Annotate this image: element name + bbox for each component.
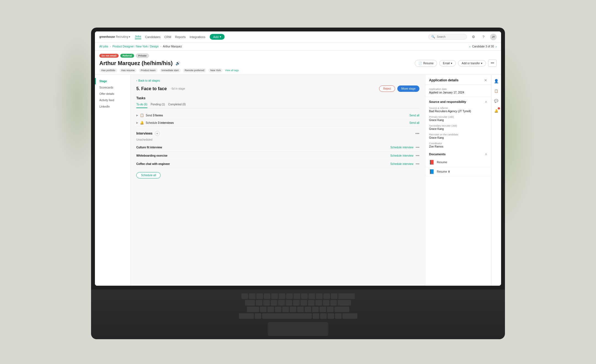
tag-product-team: Product team — [139, 68, 158, 72]
main-content: Stage Scorecards Offer details Activity … — [95, 75, 501, 286]
recruiter-candidate-field: Recruiter on the candidate Grace Kang — [425, 132, 491, 141]
tab-completed[interactable]: Completed (0) — [168, 103, 186, 108]
avatar[interactable]: JT — [490, 34, 497, 40]
doc-icon-red: 📕 — [429, 160, 435, 165]
task-forms-icon: 📋 — [140, 113, 144, 117]
stage-actions: Reject Move stage — [379, 85, 419, 92]
task-expand-interviews-icon[interactable]: ▶ — [136, 121, 138, 124]
tab-todo[interactable]: To-do (6) — [136, 103, 147, 108]
next-candidate-icon[interactable]: › — [496, 45, 497, 49]
speaker-icon[interactable]: 🔊 — [175, 61, 180, 65]
nav-jobs[interactable]: Jobs — [135, 35, 141, 39]
application-details-title: Application details — [429, 78, 459, 82]
resume-icon: 📄 — [418, 61, 422, 65]
candidate-count: Candidate 3 of 30 — [472, 45, 494, 48]
whiteboarding-more-button[interactable]: ••• — [416, 154, 419, 158]
settings-icon[interactable]: ⚙ — [470, 34, 477, 40]
more-actions-button[interactable]: ••• — [488, 60, 497, 67]
chat-icon-btn[interactable]: 💬 — [493, 97, 500, 105]
schedule-whiteboarding-link[interactable]: Schedule interview — [390, 154, 413, 157]
send-all-forms-link[interactable]: Send all — [409, 114, 419, 117]
schedule-coffee-link[interactable]: Schedule interview — [390, 162, 413, 165]
coffee-more-button[interactable]: ••• — [416, 162, 419, 166]
task-forms-label: Send 3 forms — [146, 114, 163, 117]
tab-pending[interactable]: Pending (1) — [151, 103, 165, 108]
nav-integrations[interactable]: Integrations — [190, 35, 205, 39]
breadcrumb: All jobs › Product Designer / New York /… — [95, 42, 501, 51]
nav-right: 🔍 ⚙ ? JT — [428, 34, 497, 40]
copy-icon-btn[interactable]: 📋 — [493, 87, 500, 95]
sidebar-item-stage[interactable]: Stage — [95, 78, 131, 84]
doc-resume-blue-name: Resume ⬆ — [437, 170, 450, 173]
nav-reports[interactable]: Reports — [175, 35, 186, 39]
interview-coffee-name: Coffee chat with engineer — [136, 162, 170, 165]
breadcrumb-candidate: Arthur Marquez — [163, 45, 182, 48]
back-icon: ‹ — [136, 79, 137, 82]
send-all-interviews-link[interactable]: Send all — [409, 121, 419, 124]
documents-section-heading: Documents ∧ — [425, 149, 491, 158]
schedule-all-button[interactable]: Schedule all — [136, 172, 161, 178]
doc-row-resume-red: 📕 Resume — [425, 158, 491, 167]
candidate-name: Arthur Marquez (he/him/his) — [99, 60, 173, 66]
secondary-recruiter-value: Grace Kang — [429, 127, 487, 130]
secondary-recruiter-label: Secondary recruiter (Job) — [429, 124, 487, 127]
search-box: 🔍 — [428, 34, 467, 40]
documents-section-toggle[interactable]: ∧ — [485, 152, 487, 156]
breadcrumb-all-jobs[interactable]: All jobs — [99, 45, 108, 48]
interviews-title: Interviews — [136, 132, 153, 135]
person-icon-btn[interactable]: 👤 — [493, 77, 500, 85]
help-icon[interactable]: ? — [480, 34, 487, 40]
email-button[interactable]: Email ▾ — [439, 60, 456, 66]
breadcrumb-job[interactable]: Product Designer / New York / Design — [113, 45, 159, 48]
sidebar-item-activity-feed[interactable]: Activity feed — [95, 97, 131, 103]
close-panel-button[interactable]: ✕ — [484, 78, 487, 82]
source-section-heading: Source and responsibility ∧ — [425, 97, 491, 105]
stage-header: 5. Face to face · 6d in stage Reject Mov… — [136, 85, 419, 92]
interview-whiteboarding-actions: Schedule interview ••• — [390, 154, 419, 158]
tasks-section: Tasks To-do (6) Pending (1) Completed (0… — [136, 96, 419, 127]
primary-recruiter-label: Primary recruiter (Job) — [429, 116, 487, 118]
add-or-transfer-button[interactable]: Add or transfer ▾ — [458, 60, 486, 66]
sidebar-item-offer-details[interactable]: Offer details — [95, 91, 131, 97]
resume-button[interactable]: 📄 Resume — [415, 60, 437, 67]
sidebar-item-scorecards[interactable]: Scorecards — [95, 84, 131, 91]
badge-do-not-email: Do not email — [99, 54, 119, 58]
tag-immediate-start: Immediate start — [160, 68, 181, 72]
breadcrumb-sep-1: › — [110, 45, 111, 48]
coordinator-label: Coordinator — [429, 142, 487, 145]
add-interview-button[interactable]: + — [155, 131, 160, 136]
application-details-header: Application details ✕ — [425, 75, 491, 85]
notification-badge — [498, 107, 500, 109]
view-all-tags-link[interactable]: View all tags — [225, 69, 239, 72]
interviews-more-button[interactable]: ••• — [415, 131, 419, 136]
interview-coffee-actions: Schedule interview ••• — [390, 162, 419, 166]
source-section-toggle[interactable]: ∧ — [485, 100, 487, 104]
unscheduled-label: Unscheduled — [136, 138, 419, 141]
logo-recruiting: Recruiting ▾ — [116, 35, 131, 38]
search-input[interactable] — [437, 35, 464, 38]
candidate-header: Do not email Referral Private Arthur Mar… — [95, 51, 501, 75]
nav-candidates[interactable]: Candidates — [145, 35, 161, 39]
move-stage-button[interactable]: Move stage — [397, 85, 419, 92]
prev-candidate-icon[interactable]: ‹ — [469, 45, 470, 49]
status-badges: Do not email Referral Private — [99, 53, 497, 58]
stage-title: 5. Face to face — [136, 86, 167, 91]
nav-links: Jobs Candidates CRM Reports Integrations — [135, 35, 206, 39]
back-to-stages-link[interactable]: ‹ Back to all stages — [136, 79, 419, 82]
add-button[interactable]: Add ▾ — [210, 34, 225, 40]
source-referrer-value: Bad Recruiters Agency (JT Tyrrell) — [429, 110, 487, 113]
application-date-section: Application date Applied on January 17, … — [425, 85, 491, 97]
interviews-section: Interviews + ••• Unscheduled Culture fit… — [136, 131, 419, 178]
nav-crm[interactable]: CRM — [164, 35, 171, 39]
badge-referral: Referral — [120, 54, 134, 58]
reject-button[interactable]: Reject — [379, 85, 395, 92]
bell-icon-btn[interactable]: 🔔 — [493, 107, 500, 114]
culture-more-button[interactable]: ••• — [416, 145, 419, 149]
candidate-nav: ‹ Candidate 3 of 30 › — [469, 45, 497, 49]
doc-row-resume-blue: 📘 Resume ⬆ — [425, 167, 491, 176]
sidebar-item-linkedin[interactable]: LinkedIn — [95, 103, 131, 110]
schedule-culture-link[interactable]: Schedule interview — [390, 146, 413, 149]
recruiter-candidate-value: Grace Kang — [429, 136, 487, 139]
task-interviews-label: Schedule 3 interviews — [146, 121, 174, 124]
task-expand-icon[interactable]: ▶ — [136, 114, 138, 117]
